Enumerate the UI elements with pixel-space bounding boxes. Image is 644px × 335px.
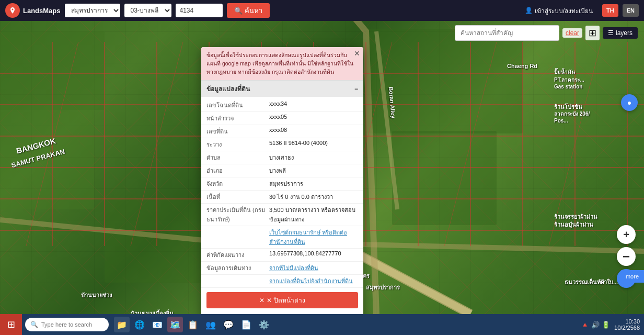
taskbar-app-map[interactable]: 🗺️ [167, 317, 183, 332]
zoom-in-button[interactable]: + [617, 225, 636, 244]
lang-en-button[interactable]: EN [623, 4, 639, 17]
taskbar: ⊞ 🔍 📁 🌐 📧 🗺️ 📋 👥 💬 📄 ⚙️ 🔺 🔊 🔋 10:30 10/2… [0, 314, 644, 335]
popup-warning: ✕ ข้อมูลนี้เพื่อใช้ประกอบการแสดงลักษณะรู… [201, 47, 363, 80]
close-label: ✕ ปิดหน้าต่าง [267, 295, 305, 305]
layers-icon: ☰ [608, 29, 614, 37]
battery-icon[interactable]: 🔋 [602, 321, 610, 329]
province-dropdown[interactable]: สมุทรปราการ [65, 4, 120, 17]
taskbar-app-pdf[interactable]: 📄 [238, 317, 254, 332]
start-button[interactable]: ⊞ [0, 314, 22, 335]
search-button[interactable]: 🔍 ค้นหา [227, 3, 270, 18]
parcel-info-section: ข้อมูลแปลงที่ดิน − เลขโฉนดที่ดิน xxxx34 … [201, 80, 363, 315]
deed-label: เลขโฉนดที่ดิน [206, 100, 269, 110]
info-popup: ✕ ข้อมูลนี้เพื่อใช้ประกอบการแสดงลักษณะรู… [201, 47, 363, 331]
info-row-coords: ค่าพิกัดแผนวาง 13.69577308,100.84277770 [201, 249, 363, 262]
taskbar-search-box[interactable]: 🔍 [25, 318, 109, 331]
field-patch [392, 131, 497, 225]
info-row-route1: ข้อมูลการเดินทาง จากที่ไม่มีแปลงที่ดิน [201, 262, 363, 275]
info-row-range: ระวาง 5136 II 9814-00 (4000) [201, 138, 363, 151]
parcel-info-title: ข้อมูลแปลงที่ดิน [206, 84, 250, 94]
info-row-route2: จากแปลงที่ดินไปยังสำนักงานที่ดิน [201, 275, 363, 288]
close-icon: ✕ [259, 297, 264, 304]
info-row-province: จังหวัด สมุทรปราการ [201, 177, 363, 191]
taskbar-search-icon: 🔍 [30, 321, 38, 328]
location-button[interactable]: ● [621, 94, 638, 111]
taskbar-apps: 📁 🌐 📧 🗺️ 📋 👥 💬 📄 ⚙️ [112, 317, 274, 332]
tambon-label: ตำบล [206, 153, 269, 162]
zoom-out-button[interactable]: − [617, 247, 636, 266]
taskbar-app-calendar[interactable]: 📋 [185, 317, 201, 332]
area-label: เนื้อที่ [206, 192, 269, 202]
windows-icon: ⊞ [7, 319, 15, 330]
time-display: 10:30 [614, 318, 640, 325]
parcel-info-content: เลขโฉนดที่ดิน xxxx34 หน้าสำรวจ xxxx05 เล… [201, 97, 363, 315]
lang-th-button[interactable]: TH [602, 4, 618, 17]
taskbar-app-file[interactable]: 📁 [114, 317, 130, 332]
collapse-icon: − [354, 85, 358, 93]
landno-label: เลขที่ดิน [206, 127, 269, 136]
info-row-website: เว็บไซต์กรมธนารักษ์ หรือติดต่อสำนักงานที… [201, 226, 363, 249]
network-icon[interactable]: 🔺 [581, 321, 589, 329]
logo: LandsMaps [5, 3, 61, 18]
route1-label: ข้อมูลการเดินทาง [206, 263, 269, 273]
login-text: เข้าสู่ระบบ/ลงทะเบียน [535, 6, 593, 16]
coords-value: 13.69577308,100.84277770 [269, 250, 358, 260]
search-icon: 🔍 [234, 7, 243, 15]
coords-label: ค่าพิกัดแผนวาง [206, 250, 269, 260]
close-window-button[interactable]: ✕ ✕ ปิดหน้าต่าง [206, 292, 358, 308]
grid-icon[interactable]: ⊞ [585, 26, 600, 40]
layers-label: layers [616, 29, 632, 37]
info-row-price: ราคาประเมินที่ดิน (กรมธนารักษ์) 3,500 บา… [201, 204, 363, 226]
date-display: 10/2/2568 [614, 325, 640, 331]
login-button[interactable]: 👤 เข้าสู่ระบบ/ลงทะเบียน [525, 6, 593, 16]
info-row-landno: เลขที่ดิน xxxx08 [201, 125, 363, 138]
route1-link[interactable]: จากที่ไม่มีแปลงที่ดิน [269, 263, 358, 273]
info-row-amphoe: อำเภอ บางพลี [201, 164, 363, 177]
range-label: ระวาง [206, 140, 269, 149]
tambon-value: บางเสาธง [269, 153, 358, 162]
taskbar-app-teams[interactable]: 👥 [203, 317, 218, 332]
taskbar-clock: 10:30 10/2/2568 [614, 318, 640, 331]
taskbar-app-browser[interactable]: 🌐 [132, 317, 147, 332]
layers-button[interactable]: ☰ layers [603, 27, 638, 39]
taskbar-search-input[interactable] [41, 321, 104, 328]
popup-close-button[interactable]: ✕ [354, 49, 360, 58]
parcel-input[interactable] [176, 4, 223, 17]
info-row-survey: หน้าสำรวจ xxxx05 [201, 112, 363, 125]
taskbar-right: 🔺 🔊 🔋 10:30 10/2/2568 [581, 318, 644, 331]
province-value: สมุทรปราการ [269, 179, 358, 188]
place-search-input[interactable] [455, 25, 559, 41]
warning-text: ข้อมูลนี้เพื่อใช้ประกอบการแสดงลักษณะรูปแ… [206, 52, 353, 75]
field-patch [0, 105, 94, 209]
taskbar-app-chat[interactable]: 💬 [221, 317, 236, 332]
price-label: ราคาประเมินที่ดิน (กรมธนารักษ์) [206, 205, 269, 224]
survey-value: xxxx05 [269, 114, 358, 123]
logo-icon [5, 3, 20, 18]
taskbar-app-mail[interactable]: 📧 [150, 317, 165, 332]
volume-icon[interactable]: 🔊 [591, 321, 600, 329]
amphoe-label: อำเภอ [206, 166, 269, 175]
info-row-deed: เลขโฉนดที่ดิน xxxx34 [201, 99, 363, 112]
district-dropdown[interactable]: 03-บางพลี [124, 4, 171, 17]
login-icon: 👤 [525, 7, 533, 14]
logo-text: LandsMaps [23, 7, 61, 15]
logo-svg [8, 6, 17, 15]
deed-value: xxxx34 [269, 100, 358, 110]
info-row-tambon: ตำบล บางเสาธง [201, 151, 363, 164]
area-value: 30 ไร่ 0 งาน 0.0 ตารางวา [269, 192, 358, 202]
top-navigation: LandsMaps สมุทรปราการ 03-บางพลี 🔍 ค้นหา … [0, 0, 644, 21]
search-overlay: clear ⊞ ☰ layers [455, 25, 638, 41]
field-patch [0, 31, 105, 110]
more-button[interactable]: more [620, 270, 644, 283]
website-label-empty [206, 228, 269, 247]
route2-link[interactable]: จากแปลงที่ดินไปยังสำนักงานที่ดิน [269, 276, 358, 286]
side-controls: ● [621, 94, 638, 111]
clear-button[interactable]: clear [562, 28, 582, 38]
website-link[interactable]: เว็บไซต์กรมธนารักษ์ หรือติดต่อสำนักงานที… [269, 228, 358, 247]
parcel-info-header[interactable]: ข้อมูลแปลงที่ดิน − [201, 81, 363, 97]
taskbar-app-settings[interactable]: ⚙️ [256, 317, 272, 332]
price-value: 3,500 บาต/ตารางวา หรือตรวจสอบข้อมูลผ่านท… [269, 205, 358, 224]
search-label: ค้นหา [245, 5, 262, 16]
landno-value: xxxx08 [269, 127, 358, 136]
route2-label-empty [206, 276, 269, 286]
